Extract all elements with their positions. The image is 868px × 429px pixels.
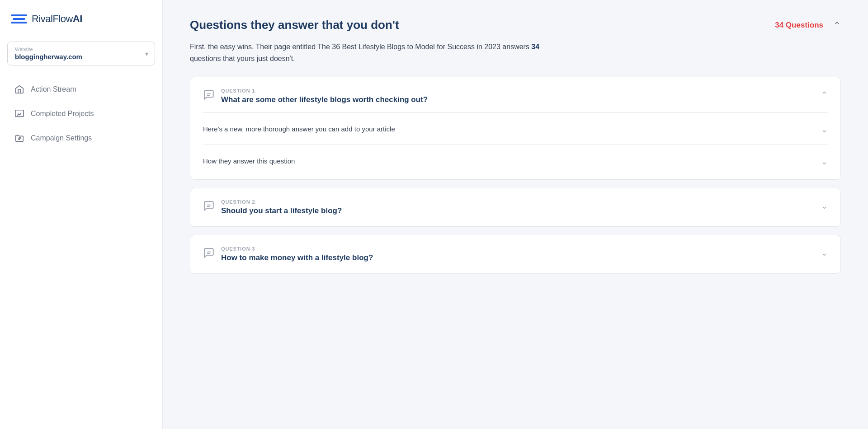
folder-settings-icon	[14, 133, 24, 143]
question-text-2: Should you start a lifestyle blog?	[221, 206, 815, 215]
divider	[203, 145, 828, 145]
question-header-3: QUESTION 3 How to make money with a life…	[203, 246, 828, 262]
page-description: First, the easy wins. Their page entitle…	[190, 41, 561, 64]
sidebar-item-label: Campaign Settings	[31, 134, 92, 142]
website-value: bloggingherway.com	[15, 53, 147, 61]
logo: RivalFlowAI	[7, 11, 155, 27]
question-header-2: QUESTION 2 Should you start a lifestyle …	[203, 199, 828, 215]
question-icon-2	[203, 200, 215, 212]
their-answer-label: How they answer this question	[203, 157, 295, 165]
expand-icon-3[interactable]: ⌄	[821, 248, 828, 258]
question-label-3: QUESTION 3	[221, 246, 815, 252]
sidebar-item-completed-projects[interactable]: Completed Projects	[7, 103, 155, 125]
main-content: Questions they answer that you don't 34 …	[163, 0, 868, 429]
home-icon	[14, 84, 24, 94]
website-label: Website	[15, 47, 147, 52]
question-content-3: QUESTION 3 How to make money with a life…	[221, 246, 815, 262]
new-answer-label: Here's a new, more thorough answer you c…	[203, 125, 395, 133]
question-content-1: QUESTION 1 What are some other lifestyle…	[221, 88, 815, 104]
question-card-1: QUESTION 1 What are some other lifestyle…	[190, 77, 841, 180]
sidebar-nav: Action Stream Completed Projects Campaig…	[7, 78, 155, 151]
chevron-down-icon: ▾	[145, 50, 148, 57]
expand-icon-1[interactable]: ⌃	[821, 90, 828, 100]
website-selector[interactable]: Website bloggingherway.com ▾	[7, 42, 155, 65]
logo-icon	[11, 13, 27, 25]
chart-icon	[14, 109, 24, 119]
page-title: Questions they answer that you don't	[190, 18, 399, 32]
sidebar: RivalFlowAI Website bloggingherway.com ▾…	[0, 0, 163, 429]
chevron-down-icon[interactable]: ⌄	[821, 157, 828, 167]
sidebar-item-action-stream[interactable]: Action Stream	[7, 78, 155, 101]
questions-count: 34 Questions	[775, 21, 823, 30]
expandable-row-their-answer[interactable]: How they answer this question ⌄	[203, 153, 828, 168]
question-icon-1	[203, 89, 215, 101]
divider	[203, 112, 828, 113]
question-text-3: How to make money with a lifestyle blog?	[221, 253, 815, 262]
question-card-2: QUESTION 2 Should you start a lifestyle …	[190, 188, 841, 227]
question-label-1: QUESTION 1	[221, 88, 815, 93]
expandable-row-new-answer[interactable]: Here's a new, more thorough answer you c…	[203, 121, 828, 136]
page-header: Questions they answer that you don't 34 …	[190, 18, 841, 32]
question-header-1: QUESTION 1 What are some other lifestyle…	[203, 88, 828, 104]
collapse-icon[interactable]: ⌃	[833, 20, 841, 31]
sidebar-item-label: Completed Projects	[31, 110, 94, 118]
question-label-2: QUESTION 2	[221, 199, 815, 205]
logo-text: RivalFlowAI	[32, 13, 82, 25]
expand-icon-2[interactable]: ⌄	[821, 201, 828, 211]
svg-rect-0	[15, 110, 24, 117]
question-card-3: QUESTION 3 How to make money with a life…	[190, 235, 841, 274]
sidebar-item-campaign-settings[interactable]: Campaign Settings	[7, 127, 155, 149]
question-text-1: What are some other lifestyle blogs wort…	[221, 95, 815, 104]
header-right: 34 Questions ⌃	[775, 20, 841, 31]
question-icon-3	[203, 247, 215, 259]
sidebar-item-label: Action Stream	[31, 85, 76, 93]
question-content-2: QUESTION 2 Should you start a lifestyle …	[221, 199, 815, 215]
chevron-down-icon[interactable]: ⌄	[821, 125, 828, 135]
